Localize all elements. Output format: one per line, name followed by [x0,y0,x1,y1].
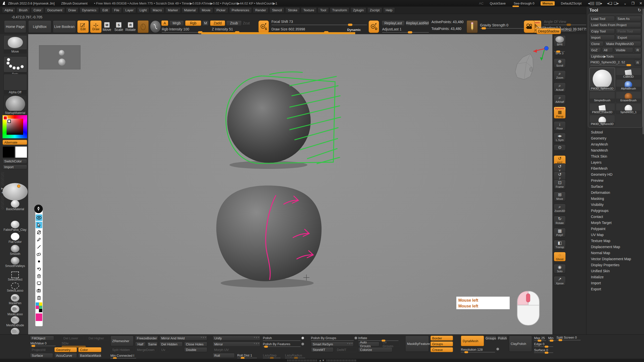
project-all-button[interactable]: ProjectAll [30,347,53,352]
subpalette-row[interactable]: Export [589,286,642,292]
dot-size-icon[interactable] [36,258,42,265]
menu-item[interactable]: Edit [100,7,110,13]
see-through-handle[interactable] [512,6,519,7]
roll-button[interactable]: Roll [213,353,235,358]
accucurve-button[interactable]: AccuCurve [54,353,77,358]
color-picker[interactable] [3,115,27,138]
shelf-button[interactable]: ⌕ Zoom3D [554,204,566,213]
camera-screenshot-icon[interactable] [36,287,42,294]
shelf-button[interactable]: ⌕ Zoom [554,70,566,80]
lightbox-tools-button[interactable]: Lightbox▶Tools [589,54,641,59]
quick-pick-item[interactable]: SelectLasso [4,283,27,292]
resolution-slider[interactable]: Resolution 128 [461,348,495,352]
store-mt-button[interactable]: StoreMT [311,347,334,352]
subpalette-row[interactable]: Subtool [589,129,642,135]
subpalette-row[interactable]: ArrayMesh [589,141,642,147]
clone-button[interactable]: Clone [589,41,603,47]
tool-thumbnail[interactable]: SimpleBrush [589,91,615,102]
subpalette-row[interactable]: Contact [589,214,642,220]
adjust-last-slider[interactable]: AdjustLast 1 [382,27,429,33]
close-holes-button[interactable]: Close Holes [184,342,207,347]
polish-by-groups-slider[interactable]: Polish By Groups [311,336,354,341]
export-button[interactable]: Export [616,35,641,40]
scale-gizmo-button[interactable]: S Scale [114,21,124,33]
goz-all-button[interactable]: All [602,47,613,53]
secondary-color-swatch[interactable] [15,146,27,158]
menu-item[interactable]: Zscript [367,7,382,13]
zcut-button[interactable]: Zcut [243,20,250,26]
import-button[interactable]: Import [589,35,615,40]
replay-last-button[interactable]: ReplayLast [382,20,405,26]
fill-object-button[interactable]: FillObject [30,336,54,341]
eraser-icon[interactable] [36,251,42,257]
quick-pick-item[interactable]: BasicMaterial [4,200,27,211]
uv-button[interactable]: Uv [159,347,170,352]
current-alpha-thumb[interactable]: Alpha Off [4,74,27,94]
tool-thumbnail[interactable]: PM3D_Sphere3D [589,68,615,90]
switch-color-button[interactable]: SwitchColor [3,159,27,164]
sdiv-slider[interactable]: SDiv [62,341,86,348]
del-higher-button[interactable]: Del Higher [87,336,109,341]
edit-button[interactable]: Edit [77,20,89,33]
menu-item[interactable]: Zplugin [350,7,366,13]
quick-pick-item[interactable]: FabioPaiva_Clay2 [4,221,27,232]
tray-drag-handle2[interactable] [327,359,357,361]
menu-item[interactable]: Color [31,7,44,13]
color-swatch-yellow[interactable] [39,302,42,306]
shelf-button[interactable]: ↗ Xpose [554,276,566,286]
epicpen-logo-icon[interactable] [34,205,43,213]
alternate-button[interactable]: Alternate [3,140,27,145]
goz-r-button[interactable]: R [634,47,641,53]
current-stroke-thumb[interactable]: Dots [4,56,27,76]
quicksave-button[interactable]: QuickSave [488,1,507,6]
cursor-icon[interactable] [36,222,42,228]
shelf-button[interactable]: ↓ Floor [554,121,566,131]
subpalette-row[interactable]: Vector Displacement Map [589,256,642,262]
rgb-intensity-slider[interactable]: Rgb Intensity 100 [162,27,206,33]
claypolish-min-slider[interactable]: Min [548,336,556,341]
deep-shadow-button[interactable]: DeepShadow [536,28,561,34]
tool-thumbnail[interactable]: EraserBrush [616,91,641,102]
lazy-radius-slider[interactable]: LazyRadius [285,353,305,358]
shelf-button[interactable]: ◉ Solo [554,264,566,274]
tool-thumbnail[interactable]: Cube3D [616,68,641,79]
dynamesh-polish-button[interactable]: Polish [497,336,507,341]
claypolish-max-slider[interactable]: Max 25 [534,336,546,341]
zremesher-button[interactable]: ZRemesher [110,336,134,346]
quick-pick-item[interactable]: SelectRect [4,272,27,281]
shelf-button[interactable]: ◧ Transp [554,240,566,249]
split-hidden-button[interactable]: Split Hidden [110,347,134,352]
color-swatch-black[interactable] [39,309,42,312]
menu-item[interactable]: Stencil [269,7,284,13]
whiteboard-icon[interactable] [36,280,42,287]
split-screen-slider[interactable]: Split Screen 0 [556,336,581,340]
subpalette-row[interactable]: Import [589,280,642,286]
camera-button[interactable] [524,20,535,33]
menu-item[interactable]: Layer [123,7,136,13]
tray-collapse-arrows[interactable]: ▲▼ [319,359,325,362]
save-as-button[interactable]: Save As [616,16,641,21]
active-tool-slider[interactable]: PM3D_Sphere3D_2. 52 [589,60,633,67]
subpalette-row[interactable]: Polygroups [589,208,642,214]
colorize-button[interactable]: Colorize [358,347,392,352]
goz-button[interactable]: GoZ [589,47,601,53]
tool-panel-scrollbar[interactable] [643,9,643,134]
menu-item[interactable]: Brush [16,7,30,13]
live-boolean-button[interactable]: Live Boolean [53,20,76,33]
tool-thumbnail[interactable]: AlphaBrush [616,79,641,90]
undo-icon[interactable] [36,265,42,272]
subpalette-row[interactable]: Display Properties [589,262,642,268]
z-intensity-slider[interactable]: Z Intensity 51 [212,27,256,33]
groups-button[interactable]: Groups [430,341,453,346]
tool-r-button[interactable]: R [634,60,641,65]
quick-pick-item[interactable]: MaskPen [4,294,27,305]
document-canvas[interactable]: Mouse left Mouse left [28,34,553,334]
see-through-slider[interactable]: See-through 0 [512,1,536,6]
menu-item[interactable]: Macro [150,7,164,13]
shelf-button[interactable]: ⊞ Move [554,192,566,201]
subpalette-row[interactable]: Unified Skin [589,268,642,274]
dynamic-label[interactable]: Dynamic [347,28,361,32]
menu-item[interactable]: Draw [66,7,78,13]
roll-dist-slider[interactable]: Roll Dist 1 [237,353,257,358]
shelf-button[interactable]: Dynamic ▦ Persp [554,107,566,119]
